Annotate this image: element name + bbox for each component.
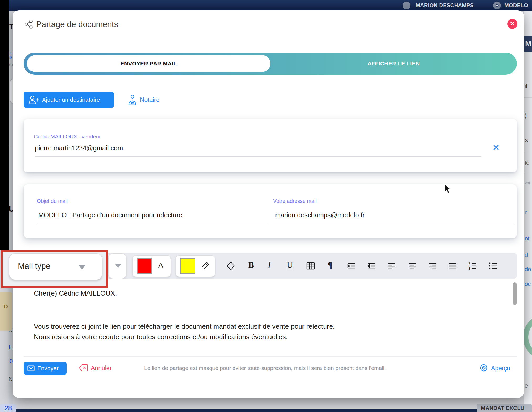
bg-tan-card-fragment: D (0, 292, 12, 331)
brand-logo-icon[interactable] (493, 2, 501, 9)
paragraph-icon[interactable]: ¶ (328, 260, 332, 270)
italic-icon[interactable]: I (268, 260, 271, 270)
mail-type-label: Mail type (18, 261, 50, 271)
brand-name[interactable]: MODELO (504, 2, 528, 8)
modal-title: Partage de documents (36, 20, 118, 29)
background-page-right-strip: M if ) × fé 23l r nt d do oc e (524, 11, 532, 412)
preview-label: Aperçu (491, 365, 510, 372)
email-body-text: Cher(e) Cédric MAILLOUX, Vous trouverez … (34, 288, 496, 342)
bold-icon[interactable]: B (248, 260, 254, 270)
share-link-note: Le lien de partage est masqué pour évite… (144, 365, 386, 371)
body-spacer (34, 298, 496, 321)
bg-fragment: × (525, 137, 529, 145)
tab-send-by-mail[interactable]: ENVOYER PAR MAIL (27, 55, 270, 72)
bg-teal-graphic-fragment (523, 314, 532, 360)
share-mode-toggle: ENVOYER PAR MAIL AFFICHER LE LIEN (24, 53, 517, 75)
recipient-label: Cédric MAILLOUX - vendeur (34, 134, 101, 140)
email-body-editor[interactable]: Cher(e) Cédric MAILLOUX, Vous trouverez … (24, 279, 517, 357)
eraser-icon[interactable] (226, 261, 236, 271)
bg-fragment: ) (525, 112, 527, 119)
notary-icon (127, 94, 137, 105)
font-color-swatch (137, 258, 152, 274)
user-name[interactable]: MARION DESCHAMPS (416, 2, 474, 8)
font-color-button[interactable]: A (132, 255, 171, 277)
bg-fragment: if (525, 83, 528, 90)
highlighter-pen-icon (200, 261, 210, 271)
background-page-left-strip: T 1 9 na U NT LO 0 NI (9, 0, 13, 412)
mail-type-dropdown[interactable]: Mail type (9, 253, 102, 280)
field-underline (35, 156, 481, 157)
bg-fragment-box: M (524, 36, 532, 52)
bg-fragment: e (525, 382, 528, 389)
annotation-highlight-box: Mail type (1, 250, 108, 288)
bg-divider (524, 152, 532, 152)
page-number-badge: 28 (0, 404, 16, 412)
share-icon (24, 19, 33, 29)
sender-label: Votre adresse mail (273, 198, 317, 204)
bg-fragment: fé (525, 159, 529, 166)
chevron-down-icon (78, 265, 86, 270)
recipient-card: Cédric MAILLOUX - vendeur pierre.martin1… (24, 119, 517, 172)
editor-scrollbar-thumb[interactable] (513, 282, 517, 305)
send-label: Envoyer (37, 365, 59, 372)
send-button[interactable]: Envoyer (24, 362, 67, 375)
sender-field[interactable]: marion.deschamps@modelo.fr (275, 211, 365, 219)
subject-field[interactable]: MODELO : Partage d'un document pour rele… (38, 211, 182, 219)
bullet-list-icon[interactable] (488, 261, 498, 271)
share-documents-modal: Partage de documents ✕ ENVOYER PAR MAIL … (13, 10, 524, 398)
bg-divider (524, 97, 532, 98)
chevron-down-icon (115, 264, 121, 268)
bg-fragment: D (4, 303, 8, 310)
user-avatar-icon[interactable] (403, 2, 410, 9)
eye-icon (479, 364, 488, 372)
field-underline (37, 223, 267, 223)
cancel-label: Annuler (91, 365, 112, 372)
mail-settings-card: Objet du mail MODELO : Partage d'un docu… (24, 184, 517, 238)
font-color-letter: A (158, 261, 163, 270)
screen: T 1 9 na U NT LO 0 NI D MARION DESCHAMPS… (0, 0, 532, 412)
recipient-email-field[interactable]: pierre.martin1234@gmail.com (35, 144, 123, 152)
bg-fragment: nt (525, 235, 529, 242)
justify-icon[interactable] (448, 261, 457, 271)
bottom-navy-strip (9, 409, 532, 412)
bg-fragment: 1 (9, 50, 12, 55)
ordered-list-icon[interactable]: 1 2 3 (468, 261, 477, 271)
bg-fragment: 23l (525, 181, 530, 185)
underline-icon[interactable]: U (287, 260, 293, 270)
bg-fragment: 0 (9, 358, 13, 365)
subject-label: Objet du mail (37, 198, 68, 204)
mouse-cursor (445, 184, 451, 193)
bg-fragment: r (525, 209, 527, 216)
bg-fragment: do (525, 266, 531, 273)
align-left-icon[interactable] (387, 261, 397, 271)
person-plus-icon (28, 95, 39, 105)
left-black-strip (0, 0, 9, 250)
remove-recipient-icon[interactable]: ✕ (492, 143, 500, 152)
bg-divider (524, 173, 532, 173)
body-line: Cher(e) Cédric MAILLOUX, (34, 288, 496, 298)
top-navigation-bar: MARION DESCHAMPS MODELO (9, 0, 532, 11)
tab-show-link[interactable]: AFFICHER LE LIEN (270, 53, 517, 75)
backspace-icon (79, 364, 88, 372)
indent-icon[interactable] (347, 261, 356, 271)
body-line: Nous restons à votre écoute pour toutes … (34, 332, 496, 342)
align-right-icon[interactable] (428, 261, 437, 271)
svg-text:3: 3 (468, 267, 470, 270)
notaire-label: Notaire (140, 96, 159, 104)
align-center-icon[interactable] (408, 261, 417, 271)
bg-divider (9, 146, 13, 146)
bg-fragment: 9 (9, 55, 12, 60)
table-icon[interactable] (306, 261, 315, 271)
bottom-document-tab[interactable]: MANDAT EXCLU (477, 404, 532, 412)
body-line: Vous trouverez ci-joint le lien pour tél… (34, 321, 496, 332)
close-icon[interactable]: ✕ (507, 19, 517, 29)
outdent-icon[interactable] (367, 261, 376, 271)
bg-fragment: d (525, 251, 528, 258)
highlight-color-button[interactable] (176, 255, 215, 277)
envelope-icon (27, 365, 35, 371)
add-recipient-button[interactable]: Ajouter un destinataire (24, 92, 114, 108)
field-underline (273, 223, 514, 223)
font-size-dropdown[interactable] (108, 253, 126, 279)
bg-fragment: M (525, 40, 531, 48)
highlight-color-swatch (180, 258, 195, 274)
